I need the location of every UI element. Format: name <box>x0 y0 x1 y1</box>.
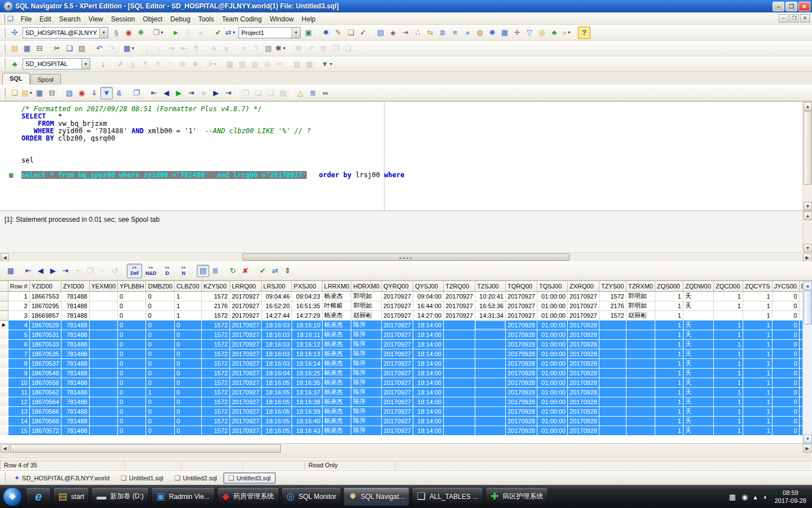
menu-item-team-coding[interactable]: Team Coding <box>218 14 266 25</box>
cell[interactable]: 781488 <box>61 339 89 349</box>
cell[interactable]: 781488 <box>61 426 89 435</box>
compare-icon[interactable]: ⇆ <box>424 27 436 39</box>
cell[interactable]: 18:16:37 <box>292 387 322 397</box>
cell[interactable] <box>599 426 626 435</box>
column-header-zyid00[interactable]: ZYID00 <box>61 281 89 291</box>
previous-statement-icon[interactable]: ◀ <box>160 87 173 99</box>
cell[interactable]: 1 <box>8 291 29 301</box>
cell[interactable]: 陈萍 <box>351 349 381 358</box>
cell[interactable] <box>599 339 626 349</box>
cell[interactable]: 郭明如 <box>626 291 655 301</box>
scroll-right-arrow-icon[interactable]: ▶ <box>803 253 811 262</box>
cell[interactable]: 18:16:03 <box>261 349 292 358</box>
cell[interactable]: 20170928 <box>505 339 537 349</box>
import-table-icon[interactable]: ⇥ <box>399 27 412 39</box>
scroll-right-arrow-icon[interactable]: ▶ <box>803 444 811 453</box>
cell[interactable]: 1 <box>655 406 683 416</box>
cell[interactable] <box>89 339 117 349</box>
cell[interactable]: 1 <box>743 426 772 435</box>
cell[interactable]: 20170927 <box>443 291 475 301</box>
cell[interactable] <box>89 387 117 397</box>
sql-code[interactable]: /* Formatted on 2017/09/28 08:51 (Format… <box>21 106 778 179</box>
grid-view-icon[interactable]: ▤ <box>197 265 209 277</box>
cell[interactable]: 0 <box>118 426 146 435</box>
cell[interactable] <box>443 378 475 387</box>
error-lookup-icon[interactable]: ◉ <box>76 87 88 99</box>
cell[interactable]: 0 <box>174 416 201 426</box>
schema-tree-icon[interactable]: ♣ <box>8 58 21 70</box>
table-row[interactable]: 61867053378148800015722017092718:16:0318… <box>0 339 811 349</box>
scroll-down-arrow-icon[interactable]: ▼ <box>804 202 812 211</box>
mdi-minimize-button[interactable]: – <box>779 14 788 23</box>
cell[interactable]: 781488 <box>61 378 89 387</box>
save-sql-icon[interactable]: ▦ <box>33 87 46 99</box>
cell[interactable]: 天 <box>683 416 713 426</box>
cell[interactable]: 0 <box>174 387 201 397</box>
grid-options-icon[interactable]: ▦▼ <box>123 42 135 55</box>
cell[interactable]: 0 <box>772 406 799 416</box>
cell[interactable]: 0 <box>772 378 799 387</box>
cell[interactable]: 天 <box>683 426 713 435</box>
cell[interactable]: 0 <box>772 358 799 368</box>
cell[interactable]: 天 <box>683 339 713 349</box>
cell[interactable] <box>475 387 505 397</box>
cell[interactable]: 0 <box>772 397 799 406</box>
copy-statement-icon[interactable]: ❐ <box>130 87 143 99</box>
cell[interactable]: 781488 <box>61 310 89 320</box>
scroll-down-arrow-icon[interactable]: ▼ <box>804 244 812 252</box>
cell[interactable]: 陈萍 <box>351 406 381 416</box>
column-header-hdrxm0[interactable]: HDRXM0 <box>351 281 381 291</box>
table-row[interactable]: 81867053778148800015722017092718:16:0318… <box>0 358 811 368</box>
column-header-zqdw00[interactable]: ZQDW00 <box>683 281 713 291</box>
cell[interactable]: 1 <box>743 339 772 349</box>
cell[interactable]: 杨凌杰 <box>322 320 351 330</box>
open-file-icon[interactable]: ▤ <box>8 42 21 55</box>
session-properties-icon[interactable]: § <box>110 27 122 39</box>
cell[interactable]: 20170927 <box>230 397 261 406</box>
cell[interactable]: 20170928 <box>567 339 599 349</box>
cell[interactable]: 01:00:00 <box>537 358 567 368</box>
cell[interactable]: 1572 <box>201 291 230 301</box>
cell[interactable] <box>89 310 117 320</box>
cell[interactable]: 0 <box>174 358 201 368</box>
cell[interactable]: 14 <box>8 416 29 426</box>
cell[interactable]: 18670566 <box>29 406 61 416</box>
grid-settings-icon[interactable]: ⇕ <box>281 265 294 277</box>
execute-to-grid-icon[interactable]: ▼ <box>100 87 113 99</box>
cell[interactable] <box>475 358 505 368</box>
cell[interactable]: 18670529 <box>29 320 61 330</box>
mdi-close-button[interactable]: ✕ <box>800 14 810 23</box>
cell[interactable]: 2176 <box>201 301 230 310</box>
cell[interactable]: 18:16:11 <box>292 330 322 339</box>
cell[interactable]: 781488 <box>61 349 89 358</box>
cell[interactable] <box>443 339 475 349</box>
cell[interactable]: 0 <box>118 378 146 387</box>
record-view-icon[interactable]: ≣ <box>209 265 222 277</box>
last-record-icon[interactable]: ⇥ <box>59 265 72 277</box>
schema-combo[interactable]: SD_HOSPITAL▼ <box>23 58 90 69</box>
cell[interactable]: 18:16:05 <box>261 387 292 397</box>
cell[interactable]: 杨凌杰 <box>322 291 351 301</box>
cell[interactable] <box>89 349 117 358</box>
run-to-cursor-icon[interactable]: ⇥ <box>185 87 197 99</box>
cell[interactable]: 1 <box>713 301 743 310</box>
taskbar-button-compass[interactable]: ✸SQL Navigat... <box>343 487 409 506</box>
cell[interactable]: 1 <box>655 426 683 435</box>
column-header-zqs000[interactable]: ZQS000 <box>655 281 683 291</box>
outline-icon[interactable]: ≡ <box>449 27 461 39</box>
cell[interactable]: 0 <box>146 330 174 339</box>
cell[interactable]: 01:00:00 <box>537 301 567 310</box>
cell[interactable]: 1572 <box>201 310 230 320</box>
last-statement-icon[interactable]: ⇥ <box>222 87 235 99</box>
cell[interactable]: 20170927 <box>230 310 261 320</box>
cell[interactable]: 叶榕嫆 <box>322 301 351 310</box>
cell[interactable]: 7 <box>8 349 29 358</box>
tab-sql[interactable]: SQL <box>2 73 30 85</box>
cell[interactable]: 杨凌杰 <box>322 387 351 397</box>
cell[interactable]: 1 <box>713 406 743 416</box>
taskbar-clock[interactable]: 08:59 2017-09-28 <box>775 489 806 505</box>
cell[interactable]: 18:14:00 <box>413 330 443 339</box>
save-file-icon[interactable]: ▦ <box>21 42 33 55</box>
cell[interactable] <box>89 301 117 310</box>
cell[interactable]: 天 <box>683 378 713 387</box>
